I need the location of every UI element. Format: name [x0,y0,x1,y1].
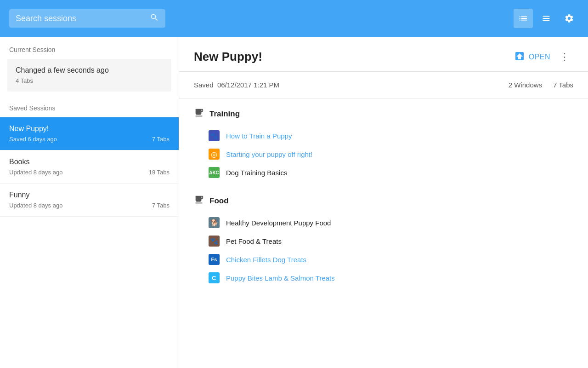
detail-meta-right: 2 Windows 7 Tabs [509,81,573,89]
tab-favicon: C [209,272,220,283]
detail-panel: New Puppy! OPEN ⋮ Saved 06/12/2017 1:21 … [179,37,588,368]
session-item[interactable]: New Puppy! Saved 6 days ago 7 Tabs [0,117,179,150]
tab-item: 🐾 How to Train a Puppy [194,126,573,145]
tab-title[interactable]: Pet Food & Treats [226,237,282,245]
current-session-label: Current Session [0,46,179,59]
session-meta-left: Updated 8 days ago [9,169,62,176]
tab-title[interactable]: Chicken Fillets Dog Treats [226,256,306,264]
window-icon [194,108,204,120]
session-meta-left: Saved 6 days ago [9,136,57,143]
session-name: New Puppy! [9,125,170,133]
session-meta-left: Updated 8 days ago [9,202,62,209]
open-button[interactable]: OPEN [514,51,550,63]
current-session-tabs: 4 Tabs [16,77,163,84]
tabs-count: 7 Tabs [553,81,573,89]
tab-title[interactable]: Healthy Development Puppy Food [226,219,331,227]
detail-title: New Puppy! [194,50,509,64]
list-view-button[interactable] [537,9,556,28]
tab-item: AKC Dog Training Basics [194,163,573,182]
window-title: Training [194,108,573,120]
session-item[interactable]: Books Updated 8 days ago 19 Tabs [0,150,179,184]
session-name: Books [9,158,170,166]
detail-saved-info: Saved 06/12/2017 1:21 PM [194,81,279,89]
header-actions [514,9,579,28]
windows-count: 2 Windows [509,81,542,89]
tab-title[interactable]: Puppy Bites Lamb & Salmon Treats [226,274,335,282]
session-item[interactable]: Funny Updated 8 days ago 7 Tabs [0,184,179,217]
tab-title[interactable]: How to Train a Puppy [226,132,292,140]
window-title: Food [194,195,573,207]
search-input[interactable] [16,14,145,23]
tab-favicon: Fs [209,254,220,265]
window-name: Training [209,109,240,119]
current-session-title: Changed a few seconds ago [16,66,163,75]
app-header [0,0,588,37]
search-container[interactable] [9,9,165,28]
open-label: OPEN [529,53,550,61]
main-content: Current Session Changed a few seconds ag… [0,37,588,368]
grid-view-button[interactable] [514,9,533,28]
tab-title[interactable]: Starting your puppy off right! [226,150,312,158]
current-session-card[interactable]: Changed a few seconds ago 4 Tabs [7,59,171,92]
tab-item: C Puppy Bites Lamb & Salmon Treats [194,269,573,287]
tab-favicon: AKC [209,167,220,178]
tab-item: 🐕 Healthy Development Puppy Food [194,213,573,232]
settings-button[interactable] [560,9,579,28]
session-name: Funny [9,191,170,199]
session-meta: Updated 8 days ago 7 Tabs [9,202,170,209]
window-icon [194,195,204,207]
session-meta-right: 19 Tabs [149,169,170,176]
tab-favicon: ◎ [209,149,220,160]
session-meta-right: 7 Tabs [152,136,170,143]
window-section-food: Food 🐕 Healthy Development Puppy Food 🐾 … [194,195,573,287]
tab-item: ◎ Starting your puppy off right! [194,145,573,163]
detail-header: New Puppy! OPEN ⋮ [179,37,588,72]
saved-sessions-label: Saved Sessions [0,101,179,117]
session-meta: Updated 8 days ago 19 Tabs [9,169,170,176]
tab-favicon: 🐾 [209,130,220,141]
sidebar: Current Session Changed a few seconds ag… [0,37,179,368]
window-section-training: Training 🐾 How to Train a Puppy ◎ Starti… [194,108,573,182]
tab-item: 🐾 Pet Food & Treats [194,232,573,250]
session-meta-right: 7 Tabs [152,202,170,209]
window-name: Food [209,196,229,206]
tab-favicon: 🐕 [209,217,220,228]
detail-content: Training 🐾 How to Train a Puppy ◎ Starti… [179,98,588,309]
tab-favicon: 🐾 [209,236,220,247]
tab-item: Fs Chicken Fillets Dog Treats [194,250,573,269]
open-icon [514,51,525,63]
detail-meta: Saved 06/12/2017 1:21 PM 2 Windows 7 Tab… [179,72,588,98]
more-options-button[interactable]: ⋮ [556,50,573,64]
search-icon [150,13,159,24]
tab-title[interactable]: Dog Training Basics [226,169,287,177]
session-meta: Saved 6 days ago 7 Tabs [9,136,170,143]
